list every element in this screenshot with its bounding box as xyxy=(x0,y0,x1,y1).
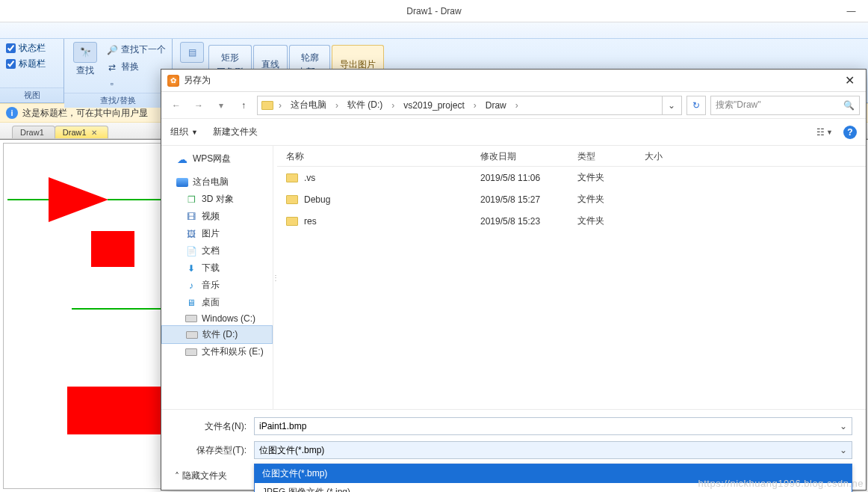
view-mode-button[interactable]: ☷▼ xyxy=(816,127,833,138)
download-icon: ⬇ xyxy=(185,263,197,274)
shape-triangle xyxy=(49,177,108,222)
tree-d[interactable]: 软件 (D:) xyxy=(161,325,273,344)
filename-label: 文件名(N): xyxy=(175,420,247,433)
folder-icon xyxy=(259,97,276,114)
save-as-dialog: 另存为 ✕ ← → ▾ ↑ › 这台电脑› 软件 (D:)› vs2019_pr… xyxy=(161,69,867,491)
nav-tree: ☁WPS网盘 这台电脑 ❒3D 对象 🎞视频 🖼图片 📄文档 ⬇下载 ♪音乐 🖥… xyxy=(161,146,273,409)
titlebar-checkbox[interactable]: 标题栏 xyxy=(6,58,46,70)
minimize-button[interactable]: — xyxy=(834,0,868,22)
refresh-button[interactable]: ↻ xyxy=(686,96,706,115)
dd-option[interactable]: JPEG 图像文件 (*.jpg) xyxy=(255,483,852,492)
dialog-body: ☁WPS网盘 这台电脑 ❒3D 对象 🎞视频 🖼图片 📄文档 ⬇下载 ♪音乐 🖥… xyxy=(161,146,866,409)
eraser-icon: ▫ xyxy=(106,78,118,90)
shape-rect xyxy=(91,231,134,267)
tree-docs[interactable]: 📄文档 xyxy=(161,242,273,259)
crumb-proj[interactable]: vs2019_project xyxy=(397,96,470,114)
crumb-drive[interactable]: 软件 (D:) xyxy=(341,96,388,114)
desktop-icon: 🖥 xyxy=(185,298,197,308)
replace-button[interactable]: ⇄替换 xyxy=(106,61,166,73)
filename-input[interactable]: iPaint1.bmp⌄ xyxy=(254,417,852,435)
app-icon xyxy=(167,75,179,87)
info-text: 这是标题栏，可在其中向用户显 xyxy=(22,107,148,120)
find-bigbutton[interactable]: 🔭 查找 xyxy=(70,42,100,77)
doc-tab-active[interactable]: Draw1✕ xyxy=(55,126,108,138)
folder-icon xyxy=(286,217,298,226)
shape-line xyxy=(108,199,164,200)
new-folder-button[interactable]: 新建文件夹 xyxy=(213,126,258,138)
folder-icon xyxy=(286,173,298,182)
file-row[interactable]: Debug 2019/5/8 15:27 文件夹 xyxy=(277,188,866,210)
dialog-title: 另存为 xyxy=(184,74,834,87)
file-row[interactable]: res 2019/5/8 15:23 文件夹 xyxy=(277,210,866,232)
file-row[interactable]: .vs 2019/5/8 11:06 文件夹 xyxy=(277,167,866,188)
close-tab-icon[interactable]: ✕ xyxy=(91,129,97,137)
search-input[interactable]: 搜索"Draw" 🔍 xyxy=(710,96,860,115)
close-button[interactable]: ✕ xyxy=(839,73,860,87)
dialog-titlebar: 另存为 ✕ xyxy=(161,70,866,92)
clear-button[interactable]: ▫ xyxy=(106,78,166,90)
group-find-replace: 🔭 查找 🔎查找下一个 ⇄替换 ▫ 查找/替换 xyxy=(64,39,173,102)
group-view: 状态栏 标题栏 视图 xyxy=(0,39,64,102)
group-find-label: 查找/替换 xyxy=(64,93,172,108)
paste-split[interactable]: ▤ xyxy=(177,42,207,63)
doc-tab[interactable]: Draw1 xyxy=(12,126,55,138)
col-date[interactable]: 修改日期 xyxy=(471,146,568,166)
recent-dd[interactable]: ▾ xyxy=(212,96,230,114)
find-next-button[interactable]: 🔎查找下一个 xyxy=(106,43,166,56)
up-button[interactable]: ↑ xyxy=(235,96,252,114)
tree-e[interactable]: 文件和娱乐 (E:) xyxy=(161,343,273,360)
col-name[interactable]: 名称 xyxy=(277,146,471,166)
dialog-toolbar: 组织▼ 新建文件夹 ☷▼ ? xyxy=(161,119,866,146)
cloud-icon: ☁ xyxy=(176,154,188,164)
folder-icon xyxy=(286,195,298,204)
tree-video[interactable]: 🎞视频 xyxy=(161,208,273,225)
crumb-pc[interactable]: 这台电脑 xyxy=(285,96,332,114)
breadcrumb[interactable]: › 这台电脑› 软件 (D:)› vs2019_project› Draw› ⌄ xyxy=(257,96,682,115)
group-view-label: 视图 xyxy=(0,87,63,102)
chevron-down-icon[interactable]: ⌄ xyxy=(840,421,847,431)
drive-icon xyxy=(185,347,197,357)
statusbar-checkbox[interactable]: 状态栏 xyxy=(6,42,46,55)
crumb-draw[interactable]: Draw xyxy=(480,96,512,114)
col-size[interactable]: 大小 xyxy=(636,146,866,166)
video-icon: 🎞 xyxy=(185,212,197,222)
col-type[interactable]: 类型 xyxy=(568,146,636,166)
nav-row: ← → ▾ ↑ › 这台电脑› 软件 (D:)› vs2019_project›… xyxy=(161,92,866,119)
dd-option[interactable]: 位图文件(*.bmp) xyxy=(255,464,852,483)
window-title: Draw1 - Draw xyxy=(406,6,461,16)
crumb-dropdown[interactable]: ⌄ xyxy=(662,96,680,114)
file-list: 名称 修改日期 类型 大小 .vs 2019/5/8 11:06 文件夹 Deb… xyxy=(277,146,866,409)
view-icon: ☷ xyxy=(816,127,825,138)
cube-icon: ❒ xyxy=(185,194,197,205)
tree-c[interactable]: Windows (C:) xyxy=(161,311,273,326)
clipboard-icon: ▤ xyxy=(188,47,196,58)
image-icon: 🖼 xyxy=(185,229,197,239)
tree-images[interactable]: 🖼图片 xyxy=(161,225,273,242)
binoculars-icon: 🔭 xyxy=(80,47,91,58)
tree-music[interactable]: ♪音乐 xyxy=(161,277,273,294)
tree-desktop[interactable]: 🖥桌面 xyxy=(161,294,273,311)
filetype-dropdown: 位图文件(*.bmp) JPEG 图像文件 (*.jpg) GIF图像文件（ *… xyxy=(254,464,852,492)
find-label: 查找 xyxy=(76,64,94,77)
info-icon: i xyxy=(6,107,18,119)
tree-wps[interactable]: ☁WPS网盘 xyxy=(161,150,273,167)
back-button[interactable]: ← xyxy=(167,96,185,114)
tree-pc[interactable]: 这台电脑 xyxy=(161,173,273,191)
organize-button[interactable]: 组织▼ xyxy=(170,126,198,138)
file-list-header: 名称 修改日期 类型 大小 xyxy=(277,146,866,167)
drive-icon xyxy=(186,330,198,340)
tree-3d[interactable]: ❒3D 对象 xyxy=(161,191,273,208)
music-icon: ♪ xyxy=(185,280,197,291)
tree-downloads[interactable]: ⬇下载 xyxy=(161,259,273,277)
filetype-select[interactable]: 位图文件(*.bmp)⌄ xyxy=(254,441,852,459)
pc-icon xyxy=(176,177,188,188)
search-placeholder: 搜索"Draw" xyxy=(716,99,761,111)
chevron-up-icon: ˄ xyxy=(175,471,179,482)
help-button[interactable]: ? xyxy=(843,126,857,139)
chevron-down-icon[interactable]: ⌄ xyxy=(840,445,847,455)
forward-button[interactable]: → xyxy=(190,96,208,114)
window-titlebar: Draw1 - Draw — xyxy=(0,0,868,22)
shape-rect xyxy=(67,387,161,434)
replace-icon: ⇄ xyxy=(106,61,118,73)
search-icon: 🔍 xyxy=(843,100,855,111)
